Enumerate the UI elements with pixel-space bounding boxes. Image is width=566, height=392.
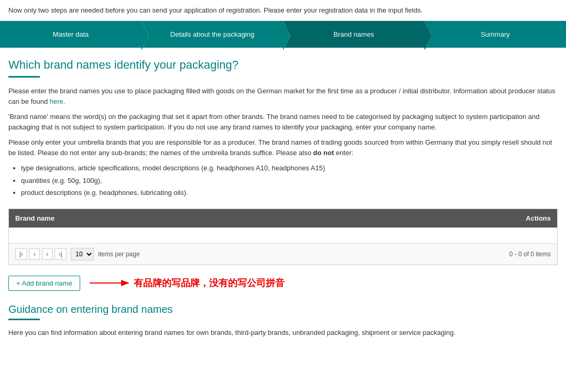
bullet-item-2: quantities (e.g. 50g, 100g), bbox=[21, 176, 558, 186]
last-page-button[interactable]: ›| bbox=[55, 248, 67, 260]
table-body bbox=[9, 227, 557, 243]
annotation-arrow: 有品牌的写品牌，没有的写公司拼音 bbox=[89, 277, 285, 289]
brand-name-table: Brand name Actions |‹ ‹ › ›| 10 25 50 it… bbox=[8, 209, 558, 265]
arrow-icon bbox=[89, 277, 130, 289]
guidance-text: Here you can find information about ente… bbox=[8, 328, 558, 338]
here-link[interactable]: here. bbox=[50, 97, 66, 105]
bullet-item-1: type designations, article specification… bbox=[21, 163, 558, 173]
title-underline bbox=[8, 76, 40, 78]
table-footer: |‹ ‹ › ›| 10 25 50 items per page 0 - 0 … bbox=[9, 243, 557, 265]
col-actions-header: Actions bbox=[509, 214, 551, 222]
add-brand-name-button[interactable]: + Add brand name bbox=[8, 276, 80, 291]
svg-marker-1 bbox=[121, 280, 129, 286]
table-divider bbox=[9, 227, 557, 228]
guidance-underline bbox=[8, 319, 40, 320]
stepper: Master data Details about the packaging … bbox=[0, 21, 566, 48]
col-brand-header: Brand name bbox=[15, 214, 509, 222]
items-count: 0 - 0 of 0 items bbox=[509, 251, 551, 258]
intro-paragraph-3: Please only enter your umbrella brands t… bbox=[8, 137, 558, 158]
intro-paragraph-2: 'Brand name' means the word(s) on the pa… bbox=[8, 112, 558, 132]
do-not-bold: do not bbox=[313, 149, 334, 157]
step-summary[interactable]: Summary bbox=[424, 21, 566, 48]
step-packaging-details[interactable]: Details about the packaging bbox=[142, 21, 283, 48]
bullet-item-3: product descriptions (e.g. headphones, l… bbox=[21, 188, 558, 198]
step-master-data[interactable]: Master data bbox=[0, 21, 142, 48]
main-content: Which brand names identify your packagin… bbox=[0, 48, 566, 348]
add-section: + Add brand name 有品牌的写品牌，没有的写公司拼音 bbox=[8, 276, 558, 291]
guidance-title: Guidance on entering brand names bbox=[8, 303, 558, 315]
pagination-controls: |‹ ‹ › ›| 10 25 50 items per page bbox=[15, 248, 140, 260]
top-note: Now only two steps are needed before you… bbox=[0, 0, 566, 21]
bullet-list: type designations, article specification… bbox=[21, 163, 558, 198]
items-per-page-label: items per page bbox=[98, 251, 139, 258]
annotation-text: 有品牌的写品牌，没有的写公司拼音 bbox=[134, 277, 285, 289]
table-header: Brand name Actions bbox=[9, 209, 557, 227]
items-per-page-select[interactable]: 10 25 50 bbox=[71, 248, 94, 260]
step-brand-names[interactable]: Brand names bbox=[283, 21, 424, 48]
first-page-button[interactable]: |‹ bbox=[15, 248, 27, 260]
next-page-button[interactable]: › bbox=[42, 248, 52, 260]
intro-paragraph-1: Please enter the brand names you use to … bbox=[8, 86, 558, 106]
page-title: Which brand names identify your packagin… bbox=[8, 58, 558, 72]
prev-page-button[interactable]: ‹ bbox=[29, 248, 40, 260]
